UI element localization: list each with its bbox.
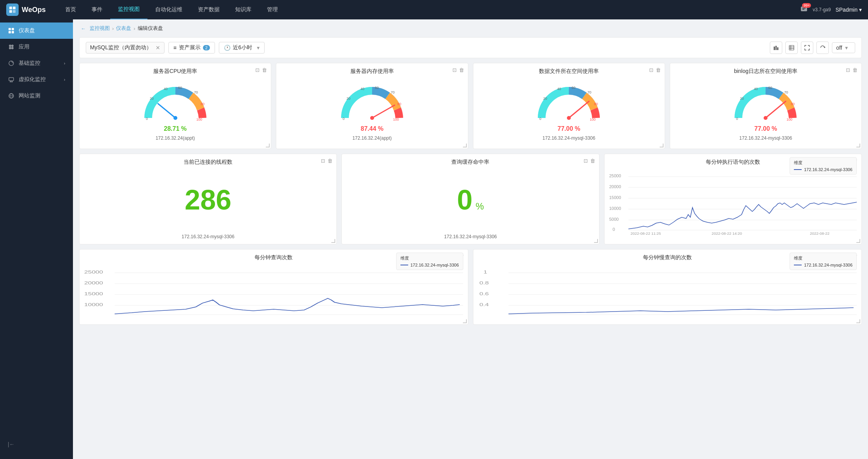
svg-rect-0	[9, 7, 12, 9]
svg-rect-8	[12, 28, 14, 30]
fullscreen-btn[interactable]	[801, 42, 813, 54]
svg-rect-24	[776, 46, 777, 50]
sidebar-item-web-monitor[interactable]: 网站监测	[0, 88, 73, 104]
threads-delete-btn[interactable]: 🗑	[327, 158, 333, 164]
dataspace-edit-btn[interactable]: ⊡	[649, 67, 653, 73]
memory-edit-btn[interactable]: ⊡	[452, 67, 457, 73]
queries-legend-item: 172.16.32.24-mysql-3306	[794, 167, 852, 172]
binlog-edit-btn[interactable]: ⊡	[846, 67, 850, 73]
refresh-btn[interactable]	[816, 42, 829, 54]
widget-cache-hit: 查询缓存命中率 ⊡ 🗑 0 % 172.16.32.24-mysql-3306	[341, 154, 599, 244]
svg-rect-10	[12, 31, 14, 33]
svg-text:90: 90	[595, 112, 599, 116]
dashboard-close-icon[interactable]: ✕	[156, 45, 160, 51]
asset-display-btn[interactable]: ≡ 资产展示 2	[168, 42, 215, 54]
cpu-gauge-svg: 0 20 40 60 70 80 90 100	[140, 81, 210, 124]
nav-events[interactable]: 事件	[84, 0, 110, 19]
widget-queries-count: 每分钟查询次数 ⊡ 🗑 维度 172.16.32.24-mysql-3306	[79, 249, 468, 325]
nav-monitor-view[interactable]: 监控视图	[110, 0, 147, 19]
queries-count-legend-item: 172.16.32.24-mysql-3306	[400, 263, 459, 267]
cpu-delete-btn[interactable]: 🗑	[262, 67, 267, 73]
svg-text:20000: 20000	[609, 184, 621, 189]
app-icon	[8, 43, 15, 50]
binlog-value: 77.00 %	[754, 125, 777, 132]
dataspace-title: 数据文件所在空间使用率	[478, 68, 660, 75]
nav-assets[interactable]: 资产数据	[190, 0, 227, 19]
cpu-edit-btn[interactable]: ⊡	[255, 67, 260, 73]
svg-text:0: 0	[146, 117, 148, 121]
cache-hit-unit: %	[476, 201, 484, 212]
nav-knowledge[interactable]: 知识库	[227, 0, 259, 19]
cache-hit-edit-btn[interactable]: ⊡	[584, 158, 588, 164]
cache-hit-delete-btn[interactable]: 🗑	[590, 158, 595, 164]
cpu-gauge: 0 20 40 60 70 80 90 100 28.71 % 172.16.3…	[84, 78, 266, 144]
dataspace-delete-btn[interactable]: 🗑	[656, 67, 661, 73]
auto-refresh-selector[interactable]: off ▾	[832, 42, 855, 53]
svg-rect-23	[774, 47, 775, 50]
dataspace-value: 77.00 %	[558, 125, 580, 132]
svg-text:2022-08-22 14:20: 2022-08-22 14:20	[712, 231, 742, 235]
queries-per-min-chart: 25000 20000 15000 10000 5000 0	[609, 173, 857, 235]
sidebar-item-vm-monitor[interactable]: 虚拟化监控 ›	[0, 71, 73, 88]
queries-per-min-legend: 维度 172.16.32.24-mysql-3306	[790, 157, 857, 175]
memory-title: 服务器内存使用率	[281, 68, 463, 75]
svg-text:90: 90	[202, 112, 206, 116]
sidebar-item-app[interactable]: 应用	[0, 39, 73, 55]
threads-title: 当前已连接的线程数	[84, 159, 332, 166]
dashboard-icon	[8, 27, 15, 34]
svg-text:70: 70	[784, 90, 788, 94]
widget-row-2: 当前已连接的线程数 ⊡ 🗑 286 172.16.32.24-mysql-330…	[79, 154, 862, 244]
memory-gauge: 0 20 40 60 70 80 90 100 87.44 % 172.16.3…	[281, 78, 463, 144]
toolbar: MySQL监控（内置勿动） ✕ ≡ 资产展示 2 🕐 近6小时 ▾	[79, 37, 862, 58]
breadcrumb-monitor[interactable]: 监控视图	[90, 25, 110, 32]
nav-right: 99+ v3.7-ga9 SPadmin ▾	[800, 5, 862, 14]
svg-text:70: 70	[587, 90, 591, 94]
breadcrumb-dashboard[interactable]: 仪表盘	[116, 25, 131, 32]
nav-items: 首页 事件 监控视图 自动化运维 资产数据 知识库 管理	[57, 0, 800, 19]
asset-count-badge: 2	[203, 45, 210, 50]
threads-value: 286	[185, 186, 231, 214]
memory-delete-btn[interactable]: 🗑	[459, 67, 464, 73]
svg-text:100: 100	[393, 118, 399, 121]
svg-line-30	[158, 104, 175, 118]
table-view-btn[interactable]	[785, 42, 798, 54]
slow-queries-chart: 1 0.8 0.6 0.4	[478, 268, 857, 319]
bar-chart-view-btn[interactable]	[770, 42, 782, 54]
binlog-gauge-svg: 0 20 40 60 70 80 90 100	[731, 81, 800, 124]
svg-rect-16	[9, 78, 14, 81]
notification-btn[interactable]: 99+	[800, 5, 808, 14]
widget-cpu: 服务器CPU使用率 ⊡ 🗑	[79, 63, 271, 149]
svg-text:10000: 10000	[609, 206, 621, 210]
app-logo[interactable]: WeOps	[6, 3, 46, 16]
queries-count-legend-label: 172.16.32.24-mysql-3306	[411, 263, 459, 267]
asset-label: 资产展示	[179, 44, 201, 51]
top-nav: WeOps 首页 事件 监控视图 自动化运维 资产数据 知识库 管理 99+ v…	[0, 0, 868, 19]
binlog-host: 172.16.32.24-mysql-3306	[739, 135, 792, 141]
version-label: v3.7-ga9	[813, 7, 831, 12]
queries-count-legend-title: 维度	[400, 255, 459, 261]
binlog-delete-btn[interactable]: 🗑	[852, 67, 858, 73]
time-range-selector[interactable]: 🕐 近6小时 ▾	[219, 42, 265, 54]
threads-host: 172.16.32.24-mysql-3306	[84, 234, 332, 239]
sidebar-item-dashboard[interactable]: 仪表盘	[0, 23, 73, 39]
user-menu[interactable]: SPadmin ▾	[835, 7, 862, 13]
slow-queries-legend-title: 维度	[794, 255, 852, 261]
svg-text:0: 0	[539, 117, 541, 121]
sidebar-item-basic-monitor[interactable]: 基础监控 ›	[0, 55, 73, 71]
nav-automation[interactable]: 自动化运维	[147, 0, 190, 19]
collapse-icon: |←	[8, 441, 15, 447]
binlog-gauge: 0 20 40 60 70 80 90 100 77.00 % 172.16.3…	[675, 78, 857, 144]
sidebar-collapse-btn[interactable]: |←	[0, 437, 73, 451]
svg-text:2022-08-22: 2022-08-22	[810, 231, 830, 235]
queries-count-chart: 25000 20000 15000 10000	[84, 268, 463, 319]
nav-manage[interactable]: 管理	[259, 0, 286, 19]
threads-edit-btn[interactable]: ⊡	[321, 158, 325, 164]
dashboard-selector[interactable]: MySQL监控（内置勿动） ✕	[86, 42, 165, 54]
breadcrumb-current: 编辑仪表盘	[138, 25, 163, 32]
nav-home[interactable]: 首页	[57, 0, 84, 19]
back-button[interactable]: ←	[81, 26, 86, 31]
queries-count-chart-area: 25000 20000 15000 10000	[84, 264, 463, 320]
memory-actions: ⊡ 🗑	[452, 67, 464, 73]
svg-text:100: 100	[196, 118, 202, 121]
svg-text:0.4: 0.4	[479, 303, 489, 307]
